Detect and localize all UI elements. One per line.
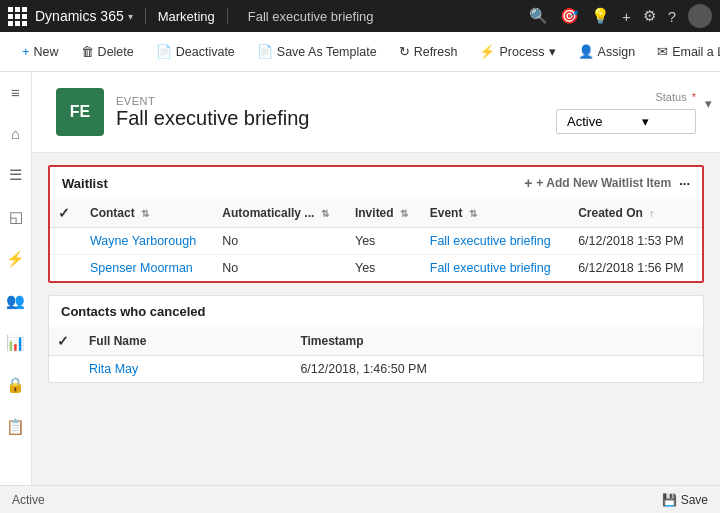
settings-icon[interactable]: ⚙ (643, 7, 656, 25)
waitlist-col-event[interactable]: Event ⇅ (422, 199, 570, 228)
entity-icon: FE (56, 88, 104, 136)
add-waitlist-item-button[interactable]: + + Add New Waitlist Item (524, 175, 671, 191)
waitlist-more-icon[interactable]: ··· (679, 176, 690, 191)
save-button[interactable]: 💾 Save (662, 493, 708, 507)
statusbar-status: Active (12, 493, 45, 507)
waitlist-row-contact: Wayne Yarborough (82, 228, 214, 255)
waitlist-row-createdon: 6/12/2018 1:53 PM (570, 228, 702, 255)
main-content: FE EVENT Fall executive briefing Status … (32, 72, 720, 513)
status-bar: Active 💾 Save (0, 485, 720, 513)
new-icon: + (22, 44, 30, 59)
process-icon: ⚡ (479, 44, 495, 59)
save-icon: 💾 (662, 493, 677, 507)
assign-icon: 👤 (578, 44, 594, 59)
canceled-check-header-icon: ✓ (57, 333, 69, 349)
add-icon: + (524, 175, 532, 191)
canceled-name-link[interactable]: Rita May (89, 362, 138, 376)
canceled-col-timestamp[interactable]: Timestamp (292, 327, 703, 356)
check-header-icon: ✓ (58, 205, 70, 221)
waitlist-col-contact[interactable]: Contact ⇅ (82, 199, 214, 228)
entity-info: EVENT Fall executive briefing (116, 95, 309, 130)
entity-name: Fall executive briefing (116, 107, 309, 130)
email-icon: ✉ (657, 44, 668, 59)
sidebar-form-icon[interactable]: ◱ (5, 204, 27, 230)
waitlist-title: Waitlist (62, 176, 108, 191)
nav-right-actions: 🔍 🎯 💡 + ⚙ ? (529, 4, 712, 28)
sidebar-activity-icon[interactable]: ⚡ (2, 246, 29, 272)
sidebar-home-icon[interactable]: ⌂ (7, 121, 24, 146)
email-link-button[interactable]: ✉ Email a Link (647, 40, 720, 63)
search-icon[interactable]: 🔍 (529, 7, 548, 25)
form-header: FE EVENT Fall executive briefing Status … (32, 72, 720, 153)
canceled-col-name[interactable]: Full Name (81, 327, 292, 356)
target-icon[interactable]: 🎯 (560, 7, 579, 25)
waitlist-col-check: ✓ (50, 199, 82, 228)
waitlist-row-check (50, 228, 82, 255)
waitlist-row-check (50, 255, 82, 282)
process-chevron-icon: ▾ (549, 44, 556, 59)
event-link[interactable]: Fall executive briefing (430, 234, 551, 248)
nav-record-title: Fall executive briefing (248, 9, 374, 24)
status-dropdown[interactable]: Active ▾ (556, 109, 696, 134)
assign-button[interactable]: 👤 Assign (568, 40, 646, 63)
deactivate-button[interactable]: 📄 Deactivate (146, 40, 245, 63)
main-layout: ≡ ⌂ ☰ ◱ ⚡ 👥 📊 🔒 📋 FE EVENT Fall executiv… (0, 72, 720, 513)
help-icon[interactable]: ? (668, 8, 676, 25)
sections-container: Waitlist + + Add New Waitlist Item ··· (32, 153, 720, 407)
canceled-table: ✓ Full Name Timestamp Rit (49, 327, 703, 382)
canceled-section-header: Contacts who canceled (49, 296, 703, 327)
bulb-icon[interactable]: 💡 (591, 7, 610, 25)
status-label: Status * (655, 91, 696, 103)
sidebar-lock-icon[interactable]: 🔒 (2, 372, 29, 398)
sidebar-list-icon[interactable]: ☰ (5, 162, 26, 188)
canceled-row-check (49, 356, 81, 383)
deactivate-icon: 📄 (156, 44, 172, 59)
canceled-row-timestamp: 6/12/2018, 1:46:50 PM (292, 356, 703, 383)
refresh-button[interactable]: ↻ Refresh (389, 40, 468, 63)
sidebar-chart-icon[interactable]: 📊 (2, 330, 29, 356)
contact-link[interactable]: Wayne Yarborough (90, 234, 196, 248)
sidebar-clipboard-icon[interactable]: 📋 (2, 414, 29, 440)
collapse-button[interactable]: ▾ (697, 88, 720, 119)
createdon-sort-icon: ↑ (649, 208, 654, 219)
waitlist-row-event: Fall executive briefing (422, 255, 570, 282)
user-avatar[interactable] (688, 4, 712, 28)
canceled-col-check: ✓ (49, 327, 81, 356)
app-name[interactable]: Dynamics 365 ▾ (35, 8, 133, 24)
waitlist-table: ✓ Contact ⇅ Automatically ... ⇅ (50, 199, 702, 281)
waitlist-col-auto[interactable]: Automatically ... ⇅ (214, 199, 347, 228)
app-name-chevron: ▾ (128, 11, 133, 22)
waitlist-col-invited[interactable]: Invited ⇅ (347, 199, 422, 228)
waitlist-header-actions: + + Add New Waitlist Item ··· (524, 175, 690, 191)
sidebar-people-icon[interactable]: 👥 (2, 288, 29, 314)
delete-icon: 🗑 (81, 44, 94, 59)
canceled-header-row: ✓ Full Name Timestamp (49, 327, 703, 356)
auto-sort-icon: ⇅ (321, 208, 329, 219)
waitlist-row: Spenser Moorman No Yes Fall executive br… (50, 255, 702, 282)
delete-button[interactable]: 🗑 Delete (71, 40, 144, 63)
new-button[interactable]: + New (12, 40, 69, 63)
nav-separator-2 (227, 8, 228, 24)
save-as-template-button[interactable]: 📄 Save As Template (247, 40, 387, 63)
waitlist-section-header: Waitlist + + Add New Waitlist Item ··· (50, 167, 702, 199)
canceled-row: Rita May 6/12/2018, 1:46:50 PM (49, 356, 703, 383)
nav-module[interactable]: Marketing (158, 9, 215, 24)
sidebar-menu-icon[interactable]: ≡ (7, 80, 24, 105)
app-grid-icon[interactable] (8, 7, 27, 26)
waitlist-row-invited: Yes (347, 255, 422, 282)
contact-link[interactable]: Spenser Moorman (90, 261, 193, 275)
refresh-icon: ↻ (399, 44, 410, 59)
event-link[interactable]: Fall executive briefing (430, 261, 551, 275)
plus-icon[interactable]: + (622, 8, 631, 25)
sidebar: ≡ ⌂ ☰ ◱ ⚡ 👥 📊 🔒 📋 (0, 72, 32, 513)
entity-type-label: EVENT (116, 95, 309, 107)
waitlist-row-event: Fall executive briefing (422, 228, 570, 255)
waitlist-col-created-on[interactable]: Created On ↑ (570, 199, 702, 228)
canceled-row-name: Rita May (81, 356, 292, 383)
waitlist-row-invited: Yes (347, 228, 422, 255)
waitlist-section: Waitlist + + Add New Waitlist Item ··· (48, 165, 704, 283)
waitlist-row-createdon: 6/12/2018 1:56 PM (570, 255, 702, 282)
canceled-section: Contacts who canceled ✓ Full Name T (48, 295, 704, 383)
top-navigation: Dynamics 365 ▾ Marketing Fall executive … (0, 0, 720, 32)
process-button[interactable]: ⚡ Process ▾ (469, 40, 565, 63)
